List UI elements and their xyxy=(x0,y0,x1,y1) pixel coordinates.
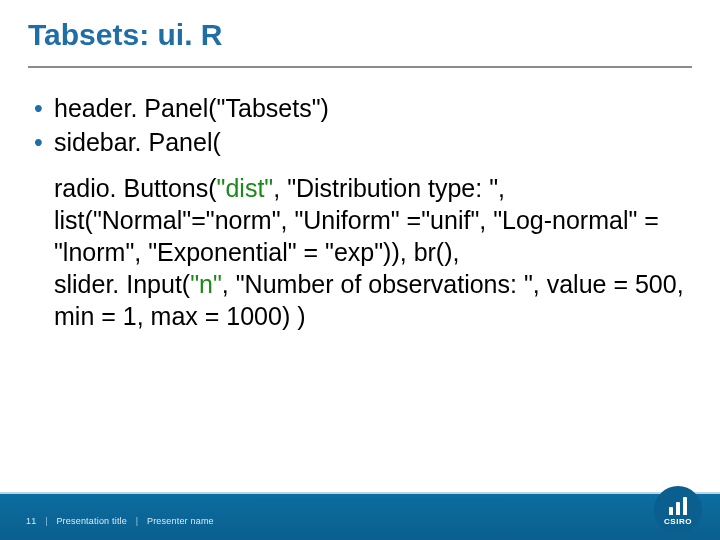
logo-circle-icon: CSIRO xyxy=(654,486,702,534)
csiro-logo: CSIRO xyxy=(654,486,702,534)
logo-label: CSIRO xyxy=(664,517,692,526)
separator: | xyxy=(130,516,145,526)
logo-bars-icon xyxy=(669,497,687,515)
bullet-item: sidebar. Panel( xyxy=(34,126,686,158)
footer: 11 | Presentation title | Presenter name… xyxy=(0,476,720,540)
presenter-name: Presenter name xyxy=(147,516,214,526)
code-string-literal: "n" xyxy=(190,270,222,298)
page-number: 11 xyxy=(26,516,36,526)
code-text: radio. Buttons( xyxy=(54,174,217,202)
code-string-literal: "dist" xyxy=(217,174,274,202)
separator: | xyxy=(39,516,54,526)
code-paragraph: radio. Buttons("dist", "Distribution typ… xyxy=(34,172,686,332)
presentation-title: Presentation title xyxy=(56,516,127,526)
footer-text: 11 | Presentation title | Presenter name xyxy=(26,516,214,526)
code-text: slider. Input( xyxy=(54,270,190,298)
slide: Tabsets: ui. R header. Panel("Tabsets") … xyxy=(0,0,720,540)
title-block: Tabsets: ui. R xyxy=(0,0,720,60)
slide-title: Tabsets: ui. R xyxy=(28,18,692,52)
content-area: header. Panel("Tabsets") sidebar. Panel(… xyxy=(0,68,720,332)
bullet-list: header. Panel("Tabsets") sidebar. Panel( xyxy=(34,92,686,158)
bullet-item: header. Panel("Tabsets") xyxy=(34,92,686,124)
